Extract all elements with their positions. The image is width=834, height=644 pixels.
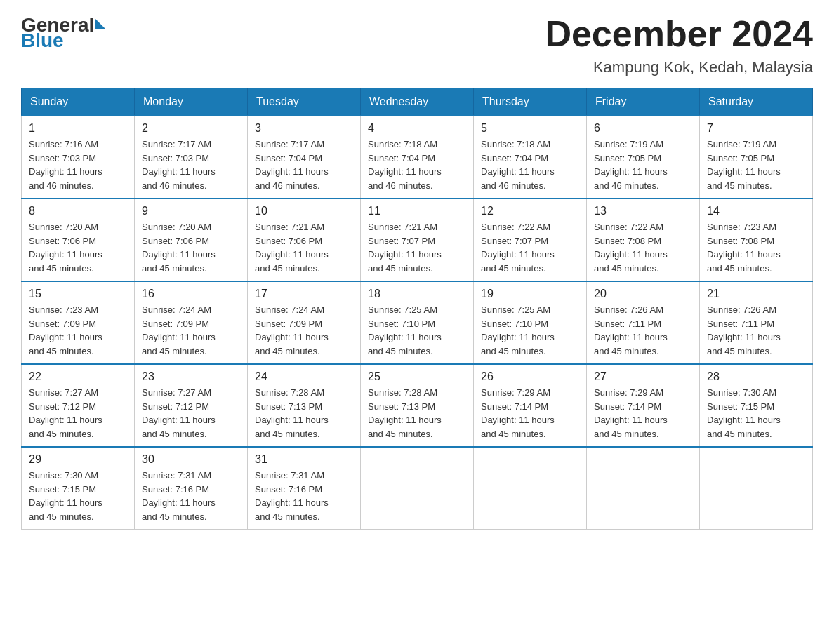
day-number: 19	[481, 288, 579, 300]
day-number: 5	[481, 122, 579, 135]
day-info: Sunrise: 7:20 AMSunset: 7:06 PMDaylight:…	[29, 220, 127, 275]
day-number: 31	[255, 453, 353, 466]
day-info: Sunrise: 7:22 AMSunset: 7:07 PMDaylight:…	[481, 220, 579, 275]
logo-blue-text: Blue	[21, 29, 64, 51]
calendar-week-row: 22 Sunrise: 7:27 AMSunset: 7:12 PMDaylig…	[22, 364, 813, 447]
day-info: Sunrise: 7:17 AMSunset: 7:03 PMDaylight:…	[142, 137, 240, 192]
calendar-cell: 25 Sunrise: 7:28 AMSunset: 7:13 PMDaylig…	[361, 364, 474, 447]
calendar-cell	[700, 447, 813, 530]
calendar-header-row: SundayMondayTuesdayWednesdayThursdayFrid…	[22, 88, 813, 116]
col-header-thursday: Thursday	[474, 88, 587, 116]
day-number: 1	[29, 122, 127, 135]
calendar-table: SundayMondayTuesdayWednesdayThursdayFrid…	[21, 88, 813, 530]
calendar-cell: 27 Sunrise: 7:29 AMSunset: 7:14 PMDaylig…	[587, 364, 700, 447]
calendar-cell: 19 Sunrise: 7:25 AMSunset: 7:10 PMDaylig…	[474, 281, 587, 364]
calendar-week-row: 29 Sunrise: 7:30 AMSunset: 7:15 PMDaylig…	[22, 447, 813, 530]
day-info: Sunrise: 7:27 AMSunset: 7:12 PMDaylight:…	[29, 386, 127, 441]
logo: General Blue	[21, 14, 107, 52]
day-info: Sunrise: 7:16 AMSunset: 7:03 PMDaylight:…	[29, 137, 127, 192]
day-number: 24	[255, 370, 353, 383]
calendar-cell: 22 Sunrise: 7:27 AMSunset: 7:12 PMDaylig…	[22, 364, 135, 447]
day-number: 7	[707, 122, 805, 135]
calendar-cell: 21 Sunrise: 7:26 AMSunset: 7:11 PMDaylig…	[700, 281, 813, 364]
calendar-cell	[474, 447, 587, 530]
logo-arrow-icon	[95, 19, 105, 29]
day-info: Sunrise: 7:26 AMSunset: 7:11 PMDaylight:…	[707, 303, 805, 358]
day-number: 14	[707, 205, 805, 217]
day-info: Sunrise: 7:27 AMSunset: 7:12 PMDaylight:…	[142, 386, 240, 441]
day-info: Sunrise: 7:29 AMSunset: 7:14 PMDaylight:…	[481, 386, 579, 441]
day-number: 13	[594, 205, 692, 217]
day-number: 4	[368, 122, 466, 135]
col-header-tuesday: Tuesday	[248, 88, 361, 116]
calendar-cell: 7 Sunrise: 7:19 AMSunset: 7:05 PMDayligh…	[700, 116, 813, 199]
page-header: General Blue December 2024 Kampung Kok, …	[21, 14, 813, 76]
day-info: Sunrise: 7:23 AMSunset: 7:08 PMDaylight:…	[707, 220, 805, 275]
day-number: 18	[368, 288, 466, 300]
day-info: Sunrise: 7:21 AMSunset: 7:06 PMDaylight:…	[255, 220, 353, 275]
day-info: Sunrise: 7:30 AMSunset: 7:15 PMDaylight:…	[29, 469, 127, 523]
day-number: 2	[142, 122, 240, 135]
calendar-cell: 15 Sunrise: 7:23 AMSunset: 7:09 PMDaylig…	[22, 281, 135, 364]
calendar-cell: 26 Sunrise: 7:29 AMSunset: 7:14 PMDaylig…	[474, 364, 587, 447]
col-header-friday: Friday	[587, 88, 700, 116]
calendar-cell: 3 Sunrise: 7:17 AMSunset: 7:04 PMDayligh…	[248, 116, 361, 199]
day-info: Sunrise: 7:19 AMSunset: 7:05 PMDaylight:…	[594, 137, 692, 192]
calendar-cell: 24 Sunrise: 7:28 AMSunset: 7:13 PMDaylig…	[248, 364, 361, 447]
col-header-wednesday: Wednesday	[361, 88, 474, 116]
calendar-cell: 1 Sunrise: 7:16 AMSunset: 7:03 PMDayligh…	[22, 116, 135, 199]
col-header-monday: Monday	[135, 88, 248, 116]
day-number: 3	[255, 122, 353, 135]
day-info: Sunrise: 7:28 AMSunset: 7:13 PMDaylight:…	[368, 386, 466, 441]
day-info: Sunrise: 7:31 AMSunset: 7:16 PMDaylight:…	[142, 469, 240, 523]
calendar-cell: 23 Sunrise: 7:27 AMSunset: 7:12 PMDaylig…	[135, 364, 248, 447]
calendar-cell: 6 Sunrise: 7:19 AMSunset: 7:05 PMDayligh…	[587, 116, 700, 199]
col-header-sunday: Sunday	[22, 88, 135, 116]
calendar-cell: 12 Sunrise: 7:22 AMSunset: 7:07 PMDaylig…	[474, 199, 587, 281]
calendar-week-row: 8 Sunrise: 7:20 AMSunset: 7:06 PMDayligh…	[22, 199, 813, 281]
day-info: Sunrise: 7:23 AMSunset: 7:09 PMDaylight:…	[29, 303, 127, 358]
day-number: 8	[29, 205, 127, 217]
calendar-cell: 8 Sunrise: 7:20 AMSunset: 7:06 PMDayligh…	[22, 199, 135, 281]
day-number: 23	[142, 370, 240, 383]
calendar-cell: 10 Sunrise: 7:21 AMSunset: 7:06 PMDaylig…	[248, 199, 361, 281]
calendar-cell: 29 Sunrise: 7:30 AMSunset: 7:15 PMDaylig…	[22, 447, 135, 530]
day-info: Sunrise: 7:29 AMSunset: 7:14 PMDaylight:…	[594, 386, 692, 441]
day-number: 9	[142, 205, 240, 217]
day-number: 11	[368, 205, 466, 217]
calendar-cell: 5 Sunrise: 7:18 AMSunset: 7:04 PMDayligh…	[474, 116, 587, 199]
day-number: 26	[481, 370, 579, 383]
day-info: Sunrise: 7:22 AMSunset: 7:08 PMDaylight:…	[594, 220, 692, 275]
day-number: 28	[707, 370, 805, 383]
location-title: Kampung Kok, Kedah, Malaysia	[545, 58, 813, 76]
calendar-week-row: 15 Sunrise: 7:23 AMSunset: 7:09 PMDaylig…	[22, 281, 813, 364]
day-info: Sunrise: 7:31 AMSunset: 7:16 PMDaylight:…	[255, 469, 353, 523]
day-info: Sunrise: 7:25 AMSunset: 7:10 PMDaylight:…	[481, 303, 579, 358]
calendar-cell	[361, 447, 474, 530]
day-number: 30	[142, 453, 240, 466]
calendar-cell: 16 Sunrise: 7:24 AMSunset: 7:09 PMDaylig…	[135, 281, 248, 364]
day-info: Sunrise: 7:30 AMSunset: 7:15 PMDaylight:…	[707, 386, 805, 441]
calendar-cell: 9 Sunrise: 7:20 AMSunset: 7:06 PMDayligh…	[135, 199, 248, 281]
day-number: 20	[594, 288, 692, 300]
calendar-cell: 30 Sunrise: 7:31 AMSunset: 7:16 PMDaylig…	[135, 447, 248, 530]
day-info: Sunrise: 7:20 AMSunset: 7:06 PMDaylight:…	[142, 220, 240, 275]
day-info: Sunrise: 7:17 AMSunset: 7:04 PMDaylight:…	[255, 137, 353, 192]
day-number: 17	[255, 288, 353, 300]
day-info: Sunrise: 7:24 AMSunset: 7:09 PMDaylight:…	[255, 303, 353, 358]
calendar-cell	[587, 447, 700, 530]
col-header-saturday: Saturday	[700, 88, 813, 116]
calendar-cell: 28 Sunrise: 7:30 AMSunset: 7:15 PMDaylig…	[700, 364, 813, 447]
day-number: 12	[481, 205, 579, 217]
day-info: Sunrise: 7:19 AMSunset: 7:05 PMDaylight:…	[707, 137, 805, 192]
calendar-cell: 14 Sunrise: 7:23 AMSunset: 7:08 PMDaylig…	[700, 199, 813, 281]
day-info: Sunrise: 7:21 AMSunset: 7:07 PMDaylight:…	[368, 220, 466, 275]
day-number: 29	[29, 453, 127, 466]
day-number: 10	[255, 205, 353, 217]
day-number: 25	[368, 370, 466, 383]
day-info: Sunrise: 7:18 AMSunset: 7:04 PMDaylight:…	[368, 137, 466, 192]
day-number: 27	[594, 370, 692, 383]
calendar-cell: 18 Sunrise: 7:25 AMSunset: 7:10 PMDaylig…	[361, 281, 474, 364]
calendar-cell: 31 Sunrise: 7:31 AMSunset: 7:16 PMDaylig…	[248, 447, 361, 530]
day-number: 15	[29, 288, 127, 300]
